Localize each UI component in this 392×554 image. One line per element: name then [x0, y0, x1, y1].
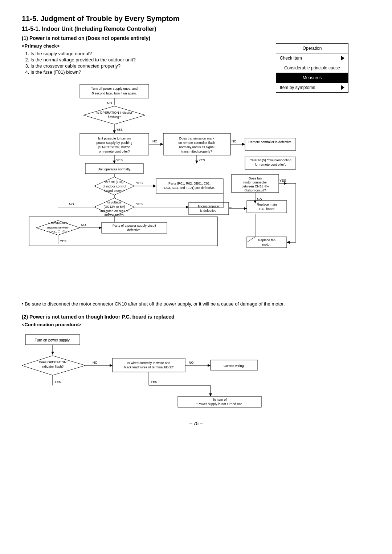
svg-marker-74	[284, 182, 287, 185]
svg-text:Is wired correctly to white an: Is wired correctly to white and	[127, 361, 171, 365]
flowchart-svg: Turn off power supply once, and 5 second…	[22, 81, 298, 291]
svg-text:CN31 ①– ③?: CN31 ①– ③?	[49, 230, 67, 233]
svg-marker-118	[110, 364, 113, 367]
svg-marker-80	[244, 207, 247, 210]
svg-text:Does transmission mark: Does transmission mark	[179, 137, 215, 140]
svg-text:of indoor control: of indoor control	[103, 185, 126, 188]
svg-text:Parts of a power supply circui: Parts of a power supply circuit	[113, 224, 156, 227]
svg-text:YES: YES	[151, 380, 157, 384]
legend-operation: Operation	[276, 44, 348, 53]
legend-considerable: Considerable principle cause	[276, 63, 348, 73]
svg-text:NO: NO	[152, 139, 158, 143]
svg-text:Correct wiring.: Correct wiring.	[224, 364, 245, 368]
section1-title: (1) Power is not turned on (Does not ope…	[22, 35, 370, 41]
svg-text:power supply by pushing: power supply by pushing	[96, 141, 132, 145]
section2-title: (2) Power is not turned on though Indoor…	[22, 314, 370, 320]
svg-text:"Power supply is not turned on: "Power supply is not turned on".	[196, 402, 242, 406]
note-section: • Be sure to disconnect the motor connec…	[22, 301, 370, 307]
svg-marker-33	[113, 161, 116, 163]
svg-text:motor.: motor.	[262, 243, 271, 246]
svg-text:NO: NO	[189, 361, 194, 364]
svg-text:normally,and is its signal: normally,and is its signal	[179, 145, 214, 149]
svg-text:YES: YES	[116, 158, 123, 162]
svg-text:is defective.: is defective.	[200, 209, 217, 213]
svg-text:on remote controller?: on remote controller?	[99, 150, 130, 153]
svg-text:board blown?: board blown?	[105, 189, 124, 193]
svg-text:NO: NO	[257, 198, 262, 201]
svg-marker-90	[99, 226, 102, 229]
svg-text:Does OPERATION: Does OPERATION	[39, 360, 66, 364]
main-flowchart: Turn off power supply once, and 5 second…	[22, 81, 370, 292]
svg-text:supplied between: supplied between	[47, 226, 69, 229]
svg-text:Replace main: Replace main	[257, 203, 277, 206]
svg-text:indicator flash?: indicator flash?	[42, 365, 64, 368]
svg-text:Is DC310–340V: Is DC310–340V	[48, 222, 69, 225]
svg-text:P.C. board: P.C. board	[259, 207, 274, 211]
svg-text:black lead wires of terminal b: black lead wires of terminal block?	[124, 365, 173, 369]
svg-text:Turn off power supply once, an: Turn off power supply once, and	[91, 87, 138, 90]
note-text: • Be sure to disconnect the motor connec…	[22, 301, 370, 307]
svg-text:YES: YES	[279, 179, 286, 182]
svg-marker-47	[153, 185, 156, 187]
svg-text:YES: YES	[60, 239, 66, 243]
svg-text:Replace fan: Replace fan	[258, 238, 275, 242]
svg-text:Is OPERATION indicator: Is OPERATION indicator	[97, 111, 132, 114]
svg-marker-108	[287, 241, 290, 244]
legend-check-item: Check Item	[276, 53, 348, 63]
svg-text:Is fuse (F01): Is fuse (F01)	[105, 180, 124, 184]
svg-text:NO: NO	[107, 101, 112, 105]
svg-text:YES: YES	[116, 128, 123, 132]
svg-text:Remote controller is defective: Remote controller is defective.	[248, 140, 292, 144]
svg-text:Does fan: Does fan	[249, 177, 262, 180]
svg-marker-124	[208, 364, 211, 367]
svg-text:Turn on power supply.: Turn on power supply.	[35, 338, 70, 342]
svg-text:YES: YES	[54, 380, 61, 384]
svg-text:YES: YES	[136, 181, 143, 185]
svg-text:indicated on rear of: indicated on rear of	[100, 209, 128, 213]
svg-text:flashing?: flashing?	[108, 115, 121, 119]
svg-text:motor connector: motor connector	[243, 181, 267, 184]
svg-rect-0	[80, 84, 149, 98]
svg-text:(DC12V or 5V): (DC12V or 5V)	[103, 205, 125, 209]
svg-text:Is it possible to turn on: Is it possible to turn on	[98, 137, 131, 140]
svg-text:③short-circuit?: ③short-circuit?	[244, 189, 266, 192]
svg-text:defective.: defective.	[127, 228, 142, 232]
svg-text:[START/STOP] button: [START/STOP] button	[98, 145, 130, 149]
confirmation-flowchart-svg: Turn on power supply. Does OPERATION ind…	[22, 331, 348, 411]
svg-text:transmitted properly?: transmitted properly?	[181, 150, 212, 153]
confirmation-procedure-label: <Confirmation procedure>	[22, 322, 370, 327]
svg-text:YES: YES	[199, 158, 205, 162]
svg-marker-134	[209, 393, 212, 396]
svg-text:for remote controller".: for remote controller".	[255, 163, 286, 166]
svg-marker-25	[242, 143, 245, 146]
svg-text:NO: NO	[69, 202, 74, 206]
svg-text:YES: YES	[136, 202, 143, 206]
svg-text:between CN31 ①–: between CN31 ①–	[241, 185, 269, 188]
svg-text:Unit operates normally.: Unit operates normally.	[98, 167, 131, 171]
svg-text:NO: NO	[81, 223, 86, 227]
confirmation-flowchart: Turn on power supply. Does OPERATION ind…	[22, 331, 370, 412]
svg-text:NO: NO	[93, 361, 98, 364]
page-title: 11-5. Judgment of Trouble by Every Sympt…	[22, 15, 370, 32]
svg-text:NO: NO	[232, 139, 237, 143]
svg-marker-113	[51, 352, 54, 355]
svg-marker-9	[113, 130, 116, 133]
svg-marker-30	[195, 161, 198, 163]
svg-text:5 second later, turn it on aga: 5 second later, turn it on again.	[92, 92, 136, 95]
svg-text:Is voltage: Is voltage	[107, 201, 122, 204]
svg-text:Refer to (5) "Troubleshooting: Refer to (5) "Troubleshooting	[249, 158, 291, 162]
svg-text:To item of: To item of	[212, 398, 227, 401]
svg-marker-65	[186, 206, 189, 209]
svg-text:Parts (R01, R02, DB01, C01,: Parts (R01, R02, DB01, C01,	[168, 182, 211, 185]
page-number: – 75 –	[189, 421, 203, 426]
svg-text:on remote controller flash: on remote controller flash	[178, 141, 215, 145]
page-footer: – 75 –	[22, 421, 370, 426]
svg-marker-17	[160, 143, 163, 146]
svg-text:C03, IC11 and T101) are defect: C03, IC11 and T101) are defective.	[164, 186, 215, 190]
svg-rect-120	[113, 358, 185, 372]
